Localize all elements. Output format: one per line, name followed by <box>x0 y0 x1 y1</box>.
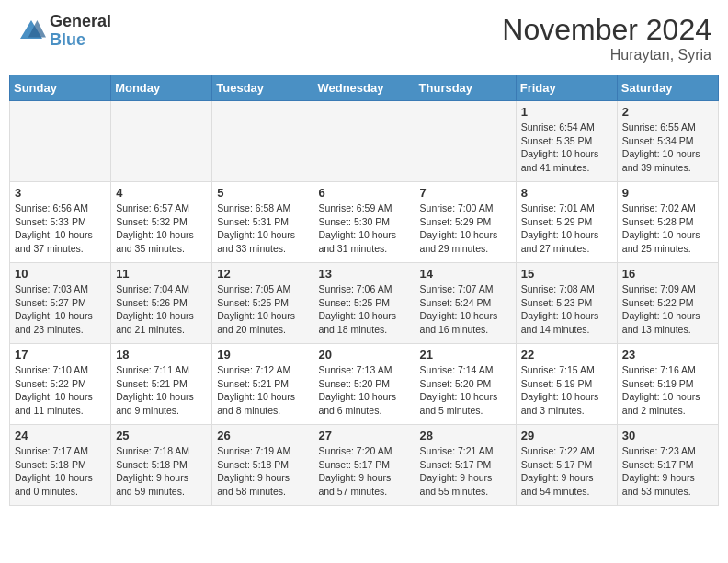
location-title: Huraytan, Syria <box>502 47 711 63</box>
calendar-day-4: 4Sunrise: 6:57 AMSunset: 5:32 PMDaylight… <box>111 182 212 263</box>
calendar-day-19: 19Sunrise: 7:12 AMSunset: 5:21 PMDayligh… <box>212 344 313 425</box>
calendar-day-16: 16Sunrise: 7:09 AMSunset: 5:22 PMDayligh… <box>617 263 718 344</box>
calendar-day-17: 17Sunrise: 7:10 AMSunset: 5:22 PMDayligh… <box>10 344 111 425</box>
calendar-day-14: 14Sunrise: 7:07 AMSunset: 5:24 PMDayligh… <box>415 263 516 344</box>
calendar-day-25: 25Sunrise: 7:18 AMSunset: 5:18 PMDayligh… <box>111 425 212 506</box>
day-number: 6 <box>318 186 409 200</box>
calendar-day-9: 9Sunrise: 7:02 AMSunset: 5:28 PMDaylight… <box>617 182 718 263</box>
calendar-empty-cell <box>313 101 415 182</box>
day-number: 4 <box>116 186 207 200</box>
day-number: 1 <box>521 105 612 119</box>
day-info: Sunrise: 6:58 AMSunset: 5:31 PMDaylight:… <box>217 201 308 256</box>
day-number: 26 <box>217 429 308 442</box>
calendar-day-6: 6Sunrise: 6:59 AMSunset: 5:30 PMDaylight… <box>313 182 415 263</box>
calendar-week-row: 24Sunrise: 7:17 AMSunset: 5:18 PMDayligh… <box>10 425 719 506</box>
page-header: General Blue November 2024 Huraytan, Syr… <box>9 9 719 67</box>
title-block: November 2024 Huraytan, Syria <box>502 13 711 63</box>
day-info: Sunrise: 7:12 AMSunset: 5:21 PMDaylight:… <box>217 363 308 418</box>
day-number: 9 <box>622 186 713 200</box>
weekday-header-sunday: Sunday <box>10 75 111 101</box>
day-number: 8 <box>521 186 612 200</box>
calendar-day-30: 30Sunrise: 7:23 AMSunset: 5:17 PMDayligh… <box>617 425 718 506</box>
calendar-day-12: 12Sunrise: 7:05 AMSunset: 5:25 PMDayligh… <box>212 263 313 344</box>
calendar-day-21: 21Sunrise: 7:14 AMSunset: 5:20 PMDayligh… <box>415 344 516 425</box>
day-info: Sunrise: 6:54 AMSunset: 5:35 PMDaylight:… <box>521 121 612 175</box>
logo-blue-text: Blue <box>50 31 111 50</box>
calendar-day-2: 2Sunrise: 6:55 AMSunset: 5:34 PMDaylight… <box>617 101 718 182</box>
calendar-day-27: 27Sunrise: 7:20 AMSunset: 5:17 PMDayligh… <box>313 425 415 506</box>
day-number: 30 <box>622 429 713 442</box>
day-number: 19 <box>217 348 308 362</box>
day-info: Sunrise: 6:55 AMSunset: 5:34 PMDaylight:… <box>622 121 713 175</box>
day-number: 10 <box>15 267 106 281</box>
day-info: Sunrise: 7:22 AMSunset: 5:17 PMDaylight:… <box>521 444 612 499</box>
logo: General Blue <box>17 13 111 50</box>
calendar-day-10: 10Sunrise: 7:03 AMSunset: 5:27 PMDayligh… <box>10 263 111 344</box>
day-number: 14 <box>420 267 511 281</box>
day-info: Sunrise: 6:57 AMSunset: 5:32 PMDaylight:… <box>116 201 207 256</box>
calendar-day-1: 1Sunrise: 6:54 AMSunset: 5:35 PMDaylight… <box>516 101 617 182</box>
weekday-header-tuesday: Tuesday <box>212 75 313 101</box>
weekday-header-wednesday: Wednesday <box>313 75 415 101</box>
day-info: Sunrise: 7:19 AMSunset: 5:18 PMDaylight:… <box>217 444 308 499</box>
day-number: 24 <box>15 429 106 442</box>
calendar-week-row: 3Sunrise: 6:56 AMSunset: 5:33 PMDaylight… <box>10 182 719 263</box>
calendar-empty-cell <box>111 101 212 182</box>
weekday-header-thursday: Thursday <box>415 75 516 101</box>
day-number: 18 <box>116 348 207 362</box>
day-info: Sunrise: 7:00 AMSunset: 5:29 PMDaylight:… <box>420 201 511 256</box>
calendar-day-28: 28Sunrise: 7:21 AMSunset: 5:17 PMDayligh… <box>415 425 516 506</box>
day-info: Sunrise: 7:15 AMSunset: 5:19 PMDaylight:… <box>521 363 612 418</box>
day-info: Sunrise: 7:21 AMSunset: 5:17 PMDaylight:… <box>420 444 511 499</box>
calendar-day-22: 22Sunrise: 7:15 AMSunset: 5:19 PMDayligh… <box>516 344 617 425</box>
day-info: Sunrise: 7:03 AMSunset: 5:27 PMDaylight:… <box>15 282 106 337</box>
calendar-day-24: 24Sunrise: 7:17 AMSunset: 5:18 PMDayligh… <box>10 425 111 506</box>
day-info: Sunrise: 6:59 AMSunset: 5:30 PMDaylight:… <box>318 201 409 256</box>
logo-icon <box>17 17 46 46</box>
day-number: 12 <box>217 267 308 281</box>
day-info: Sunrise: 7:17 AMSunset: 5:18 PMDaylight:… <box>15 444 106 499</box>
day-info: Sunrise: 7:16 AMSunset: 5:19 PMDaylight:… <box>622 363 713 418</box>
calendar-empty-cell <box>212 101 313 182</box>
day-info: Sunrise: 7:01 AMSunset: 5:29 PMDaylight:… <box>521 201 612 256</box>
day-info: Sunrise: 7:05 AMSunset: 5:25 PMDaylight:… <box>217 282 308 337</box>
day-info: Sunrise: 7:07 AMSunset: 5:24 PMDaylight:… <box>420 282 511 337</box>
calendar-day-26: 26Sunrise: 7:19 AMSunset: 5:18 PMDayligh… <box>212 425 313 506</box>
day-number: 29 <box>521 429 612 442</box>
calendar-day-18: 18Sunrise: 7:11 AMSunset: 5:21 PMDayligh… <box>111 344 212 425</box>
calendar-day-15: 15Sunrise: 7:08 AMSunset: 5:23 PMDayligh… <box>516 263 617 344</box>
day-number: 2 <box>622 105 713 119</box>
day-info: Sunrise: 7:11 AMSunset: 5:21 PMDaylight:… <box>116 363 207 418</box>
day-number: 23 <box>622 348 713 362</box>
logo-general-text: General <box>50 13 111 31</box>
calendar-day-5: 5Sunrise: 6:58 AMSunset: 5:31 PMDaylight… <box>212 182 313 263</box>
day-number: 16 <box>622 267 713 281</box>
day-info: Sunrise: 7:20 AMSunset: 5:17 PMDaylight:… <box>318 444 409 499</box>
day-number: 28 <box>420 429 511 442</box>
day-number: 13 <box>318 267 409 281</box>
month-title: November 2024 <box>502 13 711 47</box>
day-info: Sunrise: 7:08 AMSunset: 5:23 PMDaylight:… <box>521 282 612 337</box>
calendar-day-20: 20Sunrise: 7:13 AMSunset: 5:20 PMDayligh… <box>313 344 415 425</box>
day-info: Sunrise: 7:23 AMSunset: 5:17 PMDaylight:… <box>622 444 713 499</box>
day-number: 3 <box>15 186 106 200</box>
calendar-day-3: 3Sunrise: 6:56 AMSunset: 5:33 PMDaylight… <box>10 182 111 263</box>
calendar-day-23: 23Sunrise: 7:16 AMSunset: 5:19 PMDayligh… <box>617 344 718 425</box>
day-info: Sunrise: 7:14 AMSunset: 5:20 PMDaylight:… <box>420 363 511 418</box>
calendar-week-row: 17Sunrise: 7:10 AMSunset: 5:22 PMDayligh… <box>10 344 719 425</box>
calendar-header-row: SundayMondayTuesdayWednesdayThursdayFrid… <box>10 75 719 101</box>
day-number: 22 <box>521 348 612 362</box>
calendar-day-13: 13Sunrise: 7:06 AMSunset: 5:25 PMDayligh… <box>313 263 415 344</box>
weekday-header-friday: Friday <box>516 75 617 101</box>
day-info: Sunrise: 7:18 AMSunset: 5:18 PMDaylight:… <box>116 444 207 499</box>
day-number: 25 <box>116 429 207 442</box>
calendar-day-7: 7Sunrise: 7:00 AMSunset: 5:29 PMDaylight… <box>415 182 516 263</box>
calendar-day-29: 29Sunrise: 7:22 AMSunset: 5:17 PMDayligh… <box>516 425 617 506</box>
day-number: 17 <box>15 348 106 362</box>
day-number: 15 <box>521 267 612 281</box>
calendar-empty-cell <box>10 101 111 182</box>
day-info: Sunrise: 7:09 AMSunset: 5:22 PMDaylight:… <box>622 282 713 337</box>
calendar-table: SundayMondayTuesdayWednesdayThursdayFrid… <box>9 75 719 506</box>
day-info: Sunrise: 7:13 AMSunset: 5:20 PMDaylight:… <box>318 363 409 418</box>
day-info: Sunrise: 7:02 AMSunset: 5:28 PMDaylight:… <box>622 201 713 256</box>
